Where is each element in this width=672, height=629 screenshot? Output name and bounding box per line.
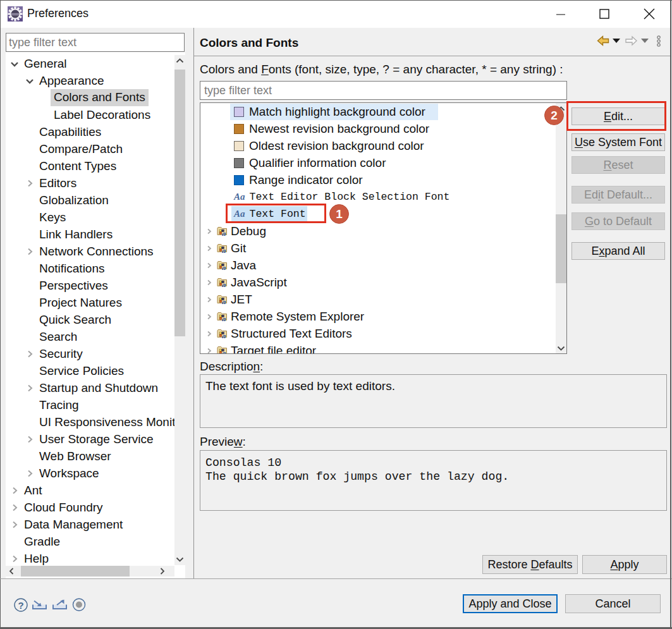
svg-text:?: ? xyxy=(18,600,23,611)
